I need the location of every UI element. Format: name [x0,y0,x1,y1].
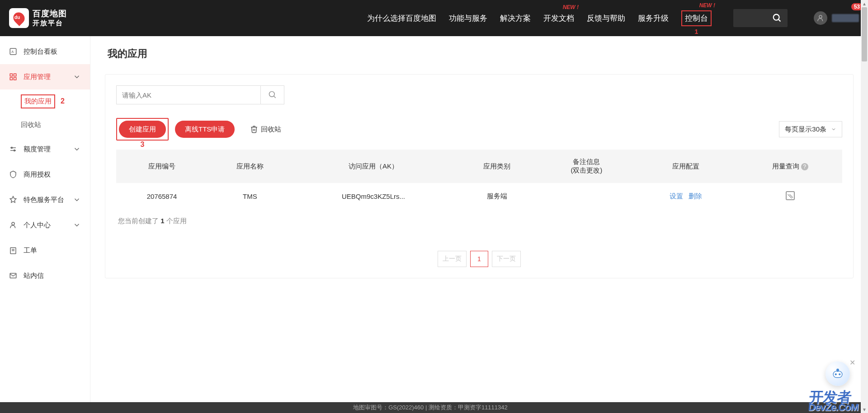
apps-panel: 创建应用 3 离线TTS申请 回收站 每页显示30条 应用编号 应用名称 [105,74,854,278]
logo-text: 百度地图 开放平台 [33,9,67,27]
th-remark: 备注信息 (双击更改) [539,150,634,183]
svg-point-13 [12,222,14,225]
username-blurred [832,14,859,22]
scroll-down-icon[interactable]: ▼ [861,406,868,413]
sidebar-label: 特色服务平台 [24,196,64,204]
svg-line-19 [274,96,275,98]
scrollbar-thumb[interactable] [862,7,867,61]
chevron-down-icon [831,127,836,132]
table-row: 20765874 TMS UEBQm9c3KZ5Lrs... 服务端 设置 删除 [116,183,842,210]
cell-usage[interactable] [738,183,842,210]
ticket-icon [9,246,17,254]
prev-page-button[interactable]: 上一页 [438,251,467,267]
user-area[interactable]: 53 [814,11,859,25]
recycle-link[interactable]: 回收站 [250,125,281,134]
cell-type: 服务端 [454,183,539,210]
ak-input[interactable] [116,85,261,104]
scrollbar[interactable]: ▲ ▼ [861,0,868,413]
th-ak: 访问应用（AK） [292,150,454,183]
logo[interactable]: 百度地图 开放平台 [9,8,67,28]
svg-point-18 [269,92,274,97]
top-nav: 为什么选择百度地图 功能与服务 解决方案 NEW ! 开发文档 反馈与帮助 服务… [367,9,859,27]
create-app-wrapper: 创建应用 3 [116,118,169,141]
mail-icon [9,272,17,280]
tts-apply-button[interactable]: 离线TTS申请 [175,121,235,138]
page-size-select[interactable]: 每页显示30条 [779,121,842,137]
sidebar-license[interactable]: 商用授权 [0,162,90,187]
footer: 地图审图号：GS(2022)460 | 测绘资质：甲测资字11111342 [0,402,861,413]
sidebar-profile[interactable]: 个人中心 [0,212,90,238]
nav-feedback[interactable]: 反馈与帮助 [587,13,625,23]
nav-console[interactable]: NEW ! 控制台 1 [681,10,712,26]
svg-rect-23 [836,369,839,372]
apps-table: 应用编号 应用名称 访问应用（AK） 应用类别 备注信息 (双击更改) 应用配置… [116,150,842,210]
th-config: 应用配置 [634,150,738,183]
page-1-button[interactable]: 1 [470,251,488,267]
sidebar-label: 控制台看板 [24,47,57,56]
nav-why[interactable]: 为什么选择百度地图 [367,13,436,23]
cell-config: 设置 删除 [634,183,738,210]
chart-icon[interactable] [786,191,795,200]
svg-line-1 [778,19,781,22]
new-badge: NEW ! [563,4,579,10]
sidebar-label: 应用管理 [24,73,51,81]
ak-search-button[interactable] [261,85,284,104]
top-header: 百度地图 开放平台 为什么选择百度地图 功能与服务 解决方案 NEW ! 开发文… [0,0,868,36]
sidebar-messages[interactable]: 站内信 [0,263,90,288]
chatbot-close-button[interactable]: ✕ [849,358,855,367]
svg-point-0 [774,14,779,20]
sidebar-label: 站内信 [24,272,44,280]
shield-icon [9,170,17,178]
nav-features[interactable]: 功能与服务 [449,13,487,23]
svg-rect-8 [14,78,16,80]
sidebar-special[interactable]: 特色服务平台 [0,187,90,212]
chevron-down-icon [73,196,81,204]
nav-docs[interactable]: NEW ! 开发文档 [543,13,574,23]
pagination: 上一页 1 下一页 [116,251,842,267]
search-icon [772,13,782,23]
trash-icon [250,125,258,133]
svg-rect-7 [10,78,12,80]
sidebar-quota[interactable]: 额度管理 [0,136,90,162]
sidebar-label: 个人中心 [24,221,51,230]
svg-rect-20 [833,371,842,377]
sidebar-recycle[interactable]: 回收站 [0,113,90,136]
chevron-down-icon [73,73,81,81]
chevron-down-icon [73,221,81,229]
sidebar-app-manage[interactable]: 应用管理 [0,64,90,89]
sliders-icon [9,145,17,153]
th-usage: 用量查询? [738,150,842,183]
robot-icon [830,366,845,381]
config-del-link[interactable]: 删除 [689,192,702,200]
cell-id: 20765874 [116,183,208,210]
nav-upgrade[interactable]: 服务升级 [638,13,669,23]
annotation-2: 2 [61,97,65,105]
annotation-3: 3 [141,141,145,149]
nav-solutions[interactable]: 解决方案 [500,13,531,23]
sidebar-my-apps[interactable]: 我的应用 2 [0,89,90,113]
chatbot-button[interactable] [826,361,850,386]
tag-icon [9,196,17,204]
help-icon[interactable]: ? [801,163,808,170]
scroll-up-icon[interactable]: ▲ [861,0,868,7]
dashboard-icon: A [9,47,17,56]
next-page-button[interactable]: 下一页 [492,251,521,267]
new-badge: NEW ! [699,2,715,9]
sidebar-tickets[interactable]: 工单 [0,238,90,263]
config-set-link[interactable]: 设置 [670,192,683,200]
create-app-button[interactable]: 创建应用 [119,121,166,138]
grid-icon [9,73,17,81]
sidebar-dashboard[interactable]: A 控制台看板 [0,39,90,64]
sidebar-label: 额度管理 [24,145,51,154]
svg-rect-5 [10,74,12,76]
svg-text:A: A [11,50,14,54]
svg-point-2 [819,15,822,18]
cell-remark[interactable] [539,183,634,210]
header-search[interactable] [733,9,788,27]
th-type: 应用类别 [454,150,539,183]
chevron-down-icon [73,145,81,153]
cell-ak: UEBQm9c3KZ5Lrs... [292,183,454,210]
logo-icon [9,8,29,28]
th-name: 应用名称 [208,150,292,183]
sidebar: A 控制台看板 应用管理 我的应用 2 回收站 额度管理 商用授权 特色服务平台 [0,36,90,413]
